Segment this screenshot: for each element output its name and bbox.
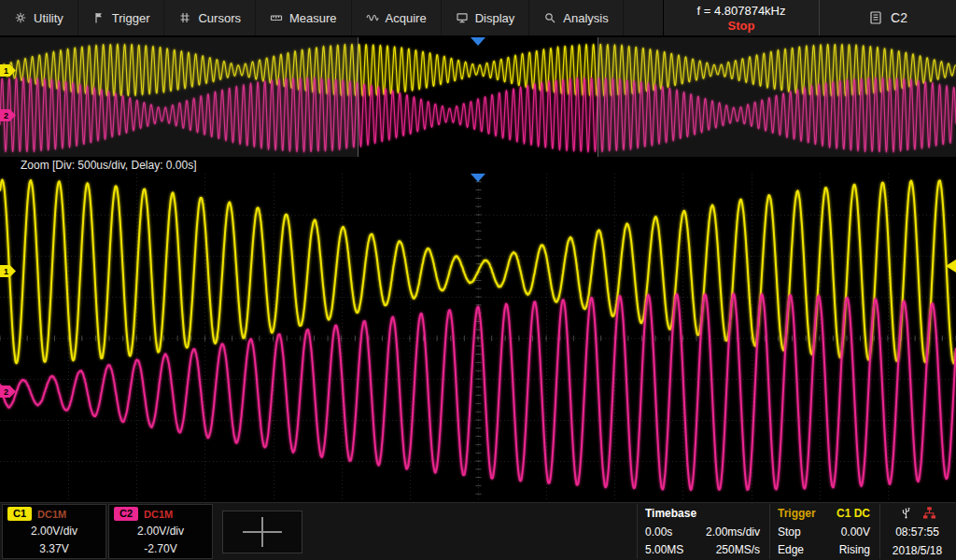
clipboard-icon xyxy=(868,10,883,25)
clock-time: 08:57:55 xyxy=(895,526,939,539)
trigger-panel[interactable]: Trigger C1 DC Stop 0.00V Edge Rising xyxy=(769,504,878,559)
measure-icon xyxy=(270,11,283,24)
zoom-settings-label: Zoom [Div: 500us/div, Delay: 0.00s] xyxy=(21,159,197,172)
add-trace-button[interactable] xyxy=(222,511,302,553)
sample-rate: 250MS/s xyxy=(716,543,760,556)
channel2-coupling: DC1M xyxy=(144,509,173,520)
acquisition-status: Stop xyxy=(728,19,755,33)
usb-icon[interactable] xyxy=(899,506,913,520)
flag-icon xyxy=(92,11,105,24)
channel2-badge: C2 xyxy=(114,507,138,521)
menu-label: Trigger xyxy=(112,11,150,25)
menubar-right: f = 4.807874kHz Stop C2 xyxy=(663,0,956,35)
channel1-header: C1 DC1M xyxy=(7,507,101,521)
zoom-window-shade-left xyxy=(0,37,358,157)
statusbar-spacer xyxy=(304,504,635,559)
menu-item-display[interactable]: Display xyxy=(442,0,530,35)
trigger-position-indicator-zoom[interactable] xyxy=(471,174,485,182)
memory-depth: 5.00MS xyxy=(645,543,683,556)
magnifier-icon xyxy=(543,11,556,24)
network-icon[interactable] xyxy=(922,506,936,520)
display-icon xyxy=(456,11,469,24)
cursors-icon xyxy=(178,11,191,24)
menu-item-analysis[interactable]: Analysis xyxy=(529,0,623,35)
menu-item-measure[interactable]: Measure xyxy=(256,0,352,35)
channel1-scale: 2.00V/div xyxy=(7,525,101,539)
channel2-offset: -2.70V xyxy=(114,542,207,556)
channel2-scale: 2.00V/div xyxy=(114,525,207,539)
trigger-title: Trigger xyxy=(778,507,816,520)
menu-item-utility[interactable]: Utility xyxy=(0,0,78,35)
menu-item-acquire[interactable]: Acquire xyxy=(352,0,442,35)
menu-label: Analysis xyxy=(563,11,608,25)
menu-label: Acquire xyxy=(386,11,427,25)
zoom-info-bar: Zoom [Div: 500us/div, Delay: 0.00s] xyxy=(0,157,956,174)
active-channel-label: C2 xyxy=(891,10,907,25)
zoom-waveform-canvas[interactable] xyxy=(0,174,956,502)
clock-date: 2018/5/18 xyxy=(893,545,942,557)
menu-label: Display xyxy=(475,11,515,25)
gear-icon xyxy=(14,11,27,24)
menu-label: Cursors xyxy=(198,11,241,25)
timebase-scale: 2.00ms/div xyxy=(706,525,760,539)
zoom-waveform-view[interactable]: 1 2 xyxy=(0,174,956,502)
menu-label: Measure xyxy=(289,11,337,25)
system-icons xyxy=(899,506,936,520)
trigger-slope: Rising xyxy=(839,543,870,556)
timebase-panel[interactable]: Timebase 0.00s 2.00ms/div 5.00MS 250MS/s xyxy=(637,504,767,559)
plus-icon xyxy=(261,517,263,547)
channel2-header: C2 DC1M xyxy=(114,507,207,521)
trigger-source: C1 DC xyxy=(836,507,870,520)
channel1-status-box[interactable]: C1 DC1M 2.00V/div 3.37V xyxy=(2,504,106,559)
statusbar: C1 DC1M 2.00V/div 3.37V C2 DC1M 2.00V/di… xyxy=(0,502,956,560)
active-channel-button[interactable]: C2 xyxy=(819,0,956,35)
main-waveform-overview[interactable]: 1 2 xyxy=(0,37,956,157)
channel1-badge: C1 xyxy=(7,507,32,521)
trigger-position-indicator[interactable] xyxy=(471,37,485,46)
trigger-mode: Stop xyxy=(778,525,801,539)
menu-item-trigger[interactable]: Trigger xyxy=(78,0,165,35)
frequency-counter: f = 4.807874kHz xyxy=(696,4,785,18)
channel1-offset: 3.37V xyxy=(7,542,101,556)
wave-icon xyxy=(366,11,379,24)
trigger-level: 0.00V xyxy=(841,525,870,539)
menu-item-cursors[interactable]: Cursors xyxy=(164,0,256,35)
timebase-title: Timebase xyxy=(645,507,760,520)
channel2-status-box[interactable]: C2 DC1M 2.00V/div -2.70V xyxy=(108,504,213,559)
system-status-panel: 08:57:55 2018/5/18 xyxy=(879,504,954,559)
oscilloscope-screen: Utility Trigger Cursors Measure Acquire … xyxy=(0,0,956,560)
menubar: Utility Trigger Cursors Measure Acquire … xyxy=(0,0,956,37)
timebase-delay: 0.00s xyxy=(645,525,672,539)
zoom-window-shade-right xyxy=(598,37,956,157)
channel1-coupling: DC1M xyxy=(37,509,66,520)
trigger-type: Edge xyxy=(778,543,804,556)
frequency-readout-box: f = 4.807874kHz Stop xyxy=(663,0,819,35)
menu-label: Utility xyxy=(34,11,63,25)
